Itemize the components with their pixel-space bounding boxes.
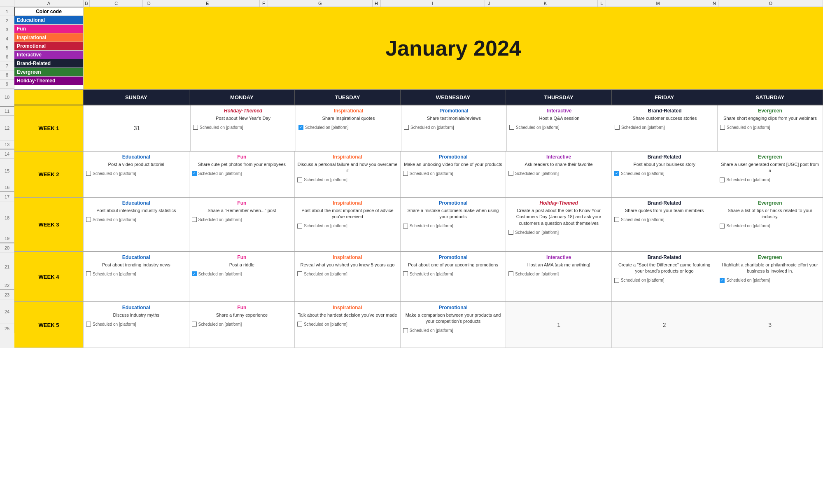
col-n-header: N (710, 0, 718, 7)
w5-wednesday-checkbox[interactable] (403, 328, 408, 333)
w4-tuesday-scheduled-text: Scheduled on [platform] (304, 272, 347, 276)
w2-thursday-checkbox[interactable] (508, 171, 513, 176)
w3-thursday-scheduled-text: Scheduled on [platform] (515, 230, 559, 235)
w2-monday-content: Share cute pet photos from your employee… (192, 161, 292, 168)
w5-friday-num: 2 (663, 322, 666, 328)
thursday-header: THURSDAY (506, 90, 612, 105)
w4-thursday-scheduled: Scheduled on [platform] (508, 271, 609, 276)
w5-sunday-scheduled-text: Scheduled on [platform] (93, 322, 136, 327)
row-number-header (0, 0, 14, 7)
w4-wednesday-checkbox[interactable] (403, 271, 408, 276)
w4-thursday-content: Host an AMA [ask me anything] (508, 262, 609, 268)
w4-sunday-scheduled-text: Scheduled on [platform] (93, 272, 136, 276)
w2-friday-checkbox[interactable]: ✓ (614, 171, 619, 176)
w4-thursday-checkbox[interactable] (508, 271, 513, 276)
w3-saturday-checkbox[interactable] (720, 224, 725, 229)
w5-tuesday-checkbox[interactable] (297, 322, 302, 327)
w1-wednesday-scheduled: Scheduled on [platform] (404, 125, 504, 130)
w2-saturday-checkbox[interactable] (720, 177, 725, 182)
w3-tuesday-checkbox[interactable] (297, 224, 302, 229)
w2-thursday-cat: Interactive (508, 154, 609, 160)
week-header-empty (14, 90, 84, 105)
w1-thursday-scheduled-text: Scheduled on [platform] (516, 125, 560, 130)
row-14: 14 (0, 149, 14, 159)
w2-thursday-scheduled: Scheduled on [platform] (508, 171, 609, 176)
row-2: 2 (0, 16, 14, 25)
w4-friday-scheduled: Scheduled on [platform] (614, 278, 715, 283)
w5-thursday: 1 (506, 302, 612, 348)
w5-sunday-checkbox[interactable] (86, 322, 91, 327)
w1-saturday-content: Share short engaging clips from your web… (720, 115, 820, 121)
w1-sunday: 31 (84, 105, 191, 151)
w3-thursday-checkbox[interactable] (508, 230, 513, 235)
row-7: 7 (0, 61, 14, 70)
w3-friday-checkbox[interactable] (614, 217, 619, 222)
w4-sunday-checkbox[interactable] (86, 271, 91, 276)
row-4: 4 (0, 34, 14, 43)
w2-tuesday-checkbox[interactable] (297, 177, 302, 182)
w4-friday-checkbox[interactable] (614, 278, 619, 283)
w5-monday-cat: Fun (192, 305, 292, 310)
row-11: 11 (0, 107, 14, 116)
w1-saturday: Evergreen Share short engaging clips fro… (718, 105, 823, 151)
w1-monday-checkbox[interactable] (193, 125, 198, 130)
w5-monday-content: Share a funny experience (192, 312, 292, 318)
w1-wednesday-content: Share testimonials/reviews (404, 115, 504, 121)
w2-monday-checkbox[interactable]: ✓ (192, 171, 197, 176)
w4-wednesday-scheduled-text: Scheduled on [platform] (410, 272, 453, 276)
w3-sunday-checkbox[interactable] (86, 217, 91, 222)
w2-tuesday-scheduled-text: Scheduled on [platform] (304, 177, 347, 182)
w4-wednesday: Promotional Post about one of your upcom… (401, 252, 506, 301)
w2-wednesday-checkbox[interactable] (403, 171, 408, 176)
w3-monday-checkbox[interactable] (192, 217, 197, 222)
w4-saturday-checkbox[interactable]: ✓ (720, 278, 725, 283)
w1-monday: Holiday-Themed Post about New Year's Day… (191, 105, 296, 151)
w4-friday-cat: Brand-Related (614, 254, 715, 260)
w1-wednesday-cat: Promotional (404, 108, 504, 114)
w1-wednesday-checkbox[interactable] (404, 125, 409, 130)
row-15: 15 (0, 159, 14, 183)
w5-monday-checkbox[interactable] (192, 322, 197, 327)
col-c-header: C (90, 0, 143, 7)
w3-sunday-content: Post about interesting industry statisti… (86, 208, 187, 214)
w1-tuesday-scheduled-text: Scheduled on [platform] (305, 125, 349, 130)
w5-monday-scheduled-text: Scheduled on [platform] (198, 322, 242, 327)
w2-thursday-content: Ask readers to share their favorite (508, 161, 609, 168)
row-3: 3 (0, 25, 14, 34)
row-16: 16 (0, 183, 14, 192)
col-b-header: B (84, 0, 90, 7)
w2-tuesday-content: Discuss a personal failure and how you o… (297, 161, 398, 174)
w3-friday-scheduled: Scheduled on [platform] (614, 217, 715, 222)
w1-tuesday-checkbox[interactable]: ✓ (298, 125, 303, 130)
w2-monday-scheduled: ✓ Scheduled on [platform] (192, 171, 292, 176)
row-17: 17 (0, 192, 14, 201)
w3-sunday-scheduled: Scheduled on [platform] (86, 217, 187, 222)
w1-saturday-checkbox[interactable] (720, 125, 725, 130)
w3-tuesday-scheduled-text: Scheduled on [platform] (304, 224, 347, 228)
w4-monday: Fun Post a riddle ✓ Scheduled on [platfo… (189, 252, 295, 301)
w4-tuesday-checkbox[interactable] (297, 271, 302, 276)
w1-tuesday: Inspirational Share Inspirational quotes… (296, 105, 401, 151)
w3-monday-content: Share a "Remember when..." post (192, 208, 292, 214)
w3-wednesday-content: Share a mistake customers make when usin… (403, 208, 504, 220)
wednesday-header: WEDNESDAY (401, 90, 506, 105)
row-1: 1 (0, 7, 14, 16)
w4-saturday-scheduled-text: Scheduled on [platform] (726, 278, 770, 282)
w5-tuesday-scheduled-text: Scheduled on [platform] (304, 322, 347, 327)
cc-educational: Educational (14, 16, 83, 25)
w1-thursday-checkbox[interactable] (509, 125, 514, 130)
cc-interactive: Interactive (14, 51, 83, 59)
cc-evergreen: Evergreen (14, 68, 83, 77)
w3-wednesday-checkbox[interactable] (403, 224, 408, 229)
w1-friday-cat: Brand-Related (615, 108, 715, 114)
week-2-block: WEEK 2 Educational Post a video product … (14, 152, 823, 198)
w2-friday-scheduled: ✓ Scheduled on [platform] (614, 171, 715, 176)
week-4-block: WEEK 4 Educational Post about trending i… (14, 252, 823, 302)
w3-monday-cat: Fun (192, 200, 292, 206)
w3-thursday-content: Create a post about the Get to Know Your… (508, 208, 609, 226)
row-12: 12 (0, 116, 14, 140)
w1-friday-checkbox[interactable] (615, 125, 620, 130)
w2-sunday-checkbox[interactable] (86, 171, 91, 176)
w3-thursday-cat: Holiday-Themed (508, 200, 609, 206)
w4-monday-checkbox[interactable]: ✓ (192, 271, 197, 276)
